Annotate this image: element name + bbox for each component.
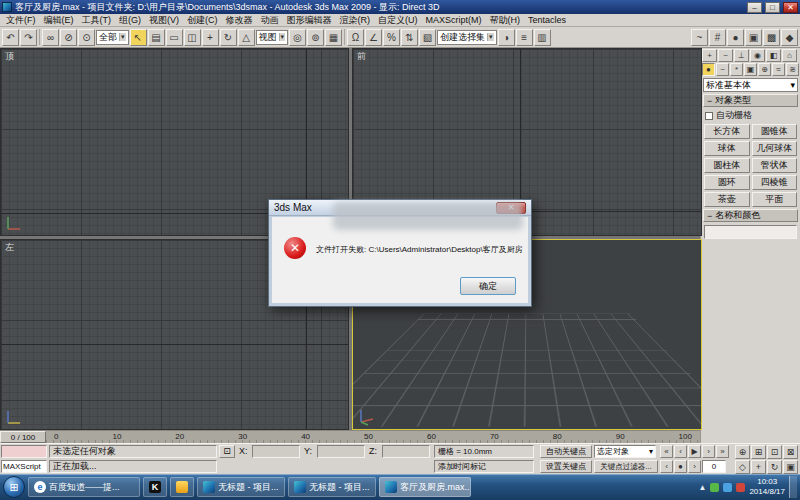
maximize-viewport-icon[interactable]: ▣: [783, 460, 798, 474]
bind-to-space-warp-icon[interactable]: ⊙: [78, 29, 95, 46]
key-mode-toggle[interactable]: ●: [674, 460, 687, 473]
rollout-name-color[interactable]: − 名称和颜色: [703, 209, 798, 222]
spinner-snap-icon[interactable]: ⇅: [401, 29, 418, 46]
macro-recorder-pane[interactable]: [1, 445, 47, 458]
zoom-all-icon[interactable]: ⊞: [751, 445, 766, 459]
taskbar-item-untitled-1[interactable]: 无标题 - 项目...: [197, 477, 285, 497]
percent-snap-icon[interactable]: %: [383, 29, 400, 46]
tab-modify[interactable]: ~: [718, 49, 733, 62]
redo-icon[interactable]: ↷: [20, 29, 37, 46]
menu-tentacles[interactable]: Tentacles: [524, 15, 570, 25]
select-and-rotate-icon[interactable]: ↻: [220, 29, 237, 46]
category-lights-icon[interactable]: *: [730, 63, 743, 76]
dialog-close-button[interactable]: ✕: [496, 202, 526, 214]
category-helpers-icon[interactable]: ⊕: [758, 63, 771, 76]
taskbar-item-app[interactable]: [170, 477, 194, 497]
window-crossing-icon[interactable]: ◫: [184, 29, 201, 46]
auto-key-button[interactable]: 自动关键点: [540, 445, 592, 458]
field-of-view-icon[interactable]: ◇: [735, 460, 750, 474]
checkbox-icon[interactable]: [705, 112, 713, 120]
show-desktop-button[interactable]: [789, 476, 797, 498]
menu-help[interactable]: 帮助(H): [486, 14, 525, 27]
selection-region-icon[interactable]: ▭: [166, 29, 183, 46]
menu-views[interactable]: 视图(V): [145, 14, 183, 27]
tray-volume-icon[interactable]: [736, 483, 745, 492]
go-to-start-button[interactable]: «: [660, 445, 673, 458]
menu-group[interactable]: 组(G): [115, 14, 145, 27]
select-and-manipulate-icon[interactable]: ⊚: [307, 29, 324, 46]
primitive-button[interactable]: 四棱锥: [752, 175, 798, 190]
previous-key-button[interactable]: ‹: [660, 460, 673, 473]
primitive-button[interactable]: 平面: [752, 192, 798, 207]
play-button[interactable]: ▶: [688, 445, 701, 458]
next-frame-button[interactable]: ›: [702, 445, 715, 458]
menu-customize[interactable]: 自定义(U): [374, 14, 422, 27]
category-geometry-icon[interactable]: ●: [702, 63, 715, 76]
viewport-left-label[interactable]: 左: [5, 241, 14, 254]
z-coord-field[interactable]: [382, 445, 430, 458]
zoom-extents-all-icon[interactable]: ⊠: [783, 445, 798, 459]
primitive-button[interactable]: 球体: [704, 141, 750, 156]
select-and-scale-icon[interactable]: △: [238, 29, 255, 46]
go-to-end-button[interactable]: »: [716, 445, 729, 458]
quick-render-icon[interactable]: ◆: [781, 29, 798, 46]
use-pivot-center-icon[interactable]: ◎: [289, 29, 306, 46]
menu-create[interactable]: 创建(C): [183, 14, 222, 27]
edit-named-selection-sets-icon[interactable]: ▧: [419, 29, 436, 46]
primitive-button[interactable]: 圆环: [704, 175, 750, 190]
taskbar-item-current-file[interactable]: 客厅及厨房.max...: [379, 477, 471, 497]
autogrid-checkbox[interactable]: 自动栅格: [705, 109, 796, 122]
primitive-class-dropdown[interactable]: 标准基本体 ▾: [703, 78, 798, 92]
undo-icon[interactable]: ↶: [2, 29, 19, 46]
selection-filter-dropdown[interactable]: 全部▾: [96, 30, 129, 45]
taskbar-item-kplayer[interactable]: K: [143, 477, 167, 497]
ok-button[interactable]: 确定: [460, 277, 516, 295]
close-button[interactable]: ✕: [783, 2, 798, 13]
current-frame-field[interactable]: 0: [702, 460, 726, 473]
select-by-name-icon[interactable]: ▤: [148, 29, 165, 46]
orbit-icon[interactable]: ↻: [767, 460, 782, 474]
tray-expand-icon[interactable]: ▲: [698, 483, 706, 492]
menu-edit[interactable]: 编辑(E): [40, 14, 78, 27]
mirror-icon[interactable]: ◑: [498, 29, 515, 46]
category-shapes-icon[interactable]: ~: [716, 63, 729, 76]
primitive-button[interactable]: 圆柱体: [704, 158, 750, 173]
render-setup-icon[interactable]: ▣: [745, 29, 762, 46]
tab-motion[interactable]: ◉: [750, 49, 765, 62]
menu-tools[interactable]: 工具(T): [78, 14, 116, 27]
category-cameras-icon[interactable]: ▣: [744, 63, 757, 76]
tab-display[interactable]: ◧: [766, 49, 781, 62]
category-systems-icon[interactable]: ≋: [786, 63, 799, 76]
category-space-warps-icon[interactable]: ≈: [772, 63, 785, 76]
menu-graph-editors[interactable]: 图形编辑器: [283, 14, 336, 27]
primitive-button[interactable]: 茶壶: [704, 192, 750, 207]
align-icon[interactable]: ≡: [516, 29, 533, 46]
next-key-button[interactable]: ›: [688, 460, 701, 473]
key-filters-button[interactable]: 关键点过滤器...: [594, 460, 658, 473]
primitive-button[interactable]: 长方体: [704, 124, 750, 139]
selection-lock-toggle[interactable]: ⊡: [219, 445, 235, 458]
taskbar-item-untitled-2[interactable]: 无标题 - 项目...: [288, 477, 376, 497]
curve-editor-icon[interactable]: ~: [691, 29, 708, 46]
menu-animation[interactable]: 动画: [257, 14, 283, 27]
rendered-frame-window-icon[interactable]: ▩: [763, 29, 780, 46]
menu-modifiers[interactable]: 修改器: [222, 14, 257, 27]
unlink-selection-icon[interactable]: ⊘: [60, 29, 77, 46]
zoom-icon[interactable]: ⊕: [735, 445, 750, 459]
layer-manager-icon[interactable]: ▥: [534, 29, 551, 46]
primitive-button[interactable]: 圆锥体: [752, 124, 798, 139]
pan-icon[interactable]: +: [751, 460, 766, 474]
select-and-link-icon[interactable]: ∞: [42, 29, 59, 46]
viewport-front-label[interactable]: 前: [357, 50, 366, 63]
set-key-button[interactable]: 设置关键点: [540, 460, 592, 473]
zoom-extents-icon[interactable]: ⊡: [767, 445, 782, 459]
reference-coordinate-dropdown[interactable]: 视图▾: [256, 30, 289, 45]
angle-snap-icon[interactable]: ∠: [365, 29, 382, 46]
taskbar-item-browser[interactable]: e 百度知道——提...: [28, 477, 140, 497]
y-coord-field[interactable]: [317, 445, 365, 458]
menu-maxscript[interactable]: MAXScript(M): [422, 15, 486, 25]
snap-toggle-3d-icon[interactable]: Ω: [347, 29, 364, 46]
tab-create[interactable]: +: [702, 49, 717, 62]
object-name-field[interactable]: [704, 225, 797, 239]
start-button[interactable]: ⊞: [3, 476, 25, 498]
